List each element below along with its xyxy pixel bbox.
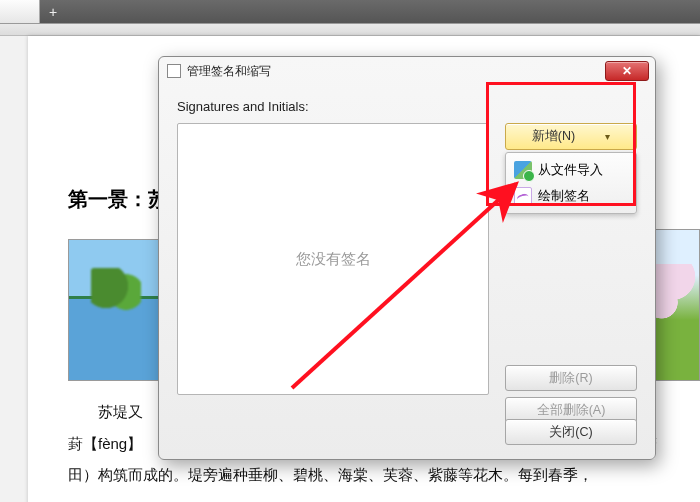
delete-button[interactable]: 删除(R) [505, 365, 637, 391]
delete-button-label: 删除(R) [549, 370, 592, 387]
menu-draw-signature[interactable]: 绘制签名 [510, 183, 632, 209]
new-signature-menu: 从文件导入 绘制签名 [505, 152, 637, 214]
dialog-title: 管理签名和缩写 [187, 63, 605, 80]
close-button[interactable]: 关闭(C) [505, 419, 637, 445]
dialog-titlebar: 管理签名和缩写 ✕ [159, 57, 655, 85]
signatures-list[interactable]: 您没有签名 [177, 123, 489, 395]
chevron-down-icon: ▾ [605, 131, 610, 142]
menu-draw-label: 绘制签名 [538, 187, 590, 205]
new-tab-button[interactable]: + [40, 0, 66, 23]
dialog-close-button[interactable]: ✕ [605, 61, 649, 81]
empty-state-text: 您没有签名 [296, 250, 371, 269]
para1-pre: 苏堤又 [98, 403, 143, 420]
menu-import-label: 从文件导入 [538, 161, 603, 179]
close-button-label: 关闭(C) [549, 424, 592, 441]
image-import-icon [514, 161, 532, 179]
para3: 田）构筑而成的。堤旁遍种垂柳、碧桃、海棠、芙蓉、紫藤等花木。每到春季， [68, 459, 690, 491]
close-icon: ✕ [622, 64, 632, 78]
new-button-label: 新增(N) [532, 128, 575, 145]
draw-signature-icon [514, 187, 532, 205]
manage-signatures-dialog: 管理签名和缩写 ✕ Signatures and Initials: 您没有签名… [158, 56, 656, 460]
delete-all-button-label: 全部删除(A) [537, 402, 606, 419]
menu-import-from-file[interactable]: 从文件导入 [510, 157, 632, 183]
toolbar-strip [0, 24, 700, 36]
new-signature-button[interactable]: 新增(N) ▾ [505, 123, 637, 150]
para2-pre: 葑【fèng】 [68, 435, 142, 452]
section-label: Signatures and Initials: [177, 99, 645, 114]
browser-tab[interactable] [0, 0, 40, 23]
tab-bar: + [0, 0, 700, 24]
app-icon [167, 64, 181, 78]
